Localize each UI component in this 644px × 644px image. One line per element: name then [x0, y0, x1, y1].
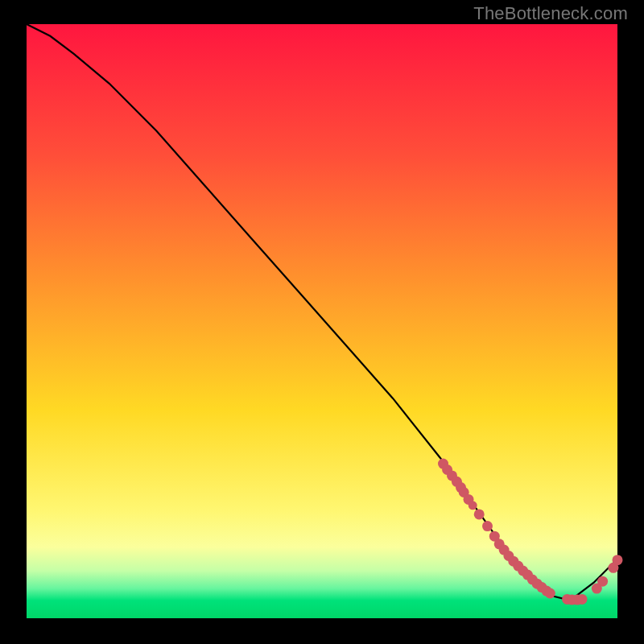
data-marker [474, 509, 485, 519]
data-marker [577, 594, 588, 605]
marker-layer [438, 459, 623, 605]
curve-layer [27, 24, 617, 601]
plot-area [27, 24, 617, 618]
bottleneck-curve [27, 24, 617, 601]
watermark-text: TheBottleneck.com [473, 3, 628, 24]
accent-marker [469, 501, 477, 510]
data-marker [597, 576, 608, 587]
data-marker [482, 521, 493, 531]
data-marker [545, 588, 555, 599]
data-marker [613, 555, 623, 565]
chart-svg [27, 24, 617, 618]
chart-container: TheBottleneck.com [0, 0, 644, 644]
accent-marker-layer [469, 501, 477, 510]
